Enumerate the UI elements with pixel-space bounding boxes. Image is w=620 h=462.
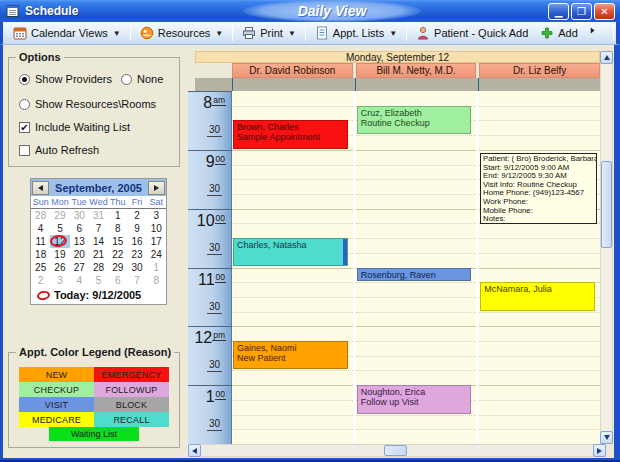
- calendar-day[interactable]: 6: [108, 274, 127, 287]
- today-row[interactable]: Today: 9/12/2005: [31, 287, 166, 304]
- legend-swatch-checkup: CHECKUP: [19, 382, 94, 397]
- calendar-day[interactable]: 17: [147, 235, 166, 248]
- calendar-day[interactable]: 4: [31, 222, 50, 235]
- scroll-down-button[interactable]: [600, 431, 613, 444]
- band-tick: [355, 78, 356, 91]
- appointment-charles[interactable]: Charles, Natasha: [233, 238, 348, 266]
- scroll-left-button[interactable]: [188, 444, 201, 457]
- horizontal-scrollbar[interactable]: [188, 444, 606, 457]
- selection-strip: [343, 239, 347, 265]
- scroll-right-button[interactable]: [593, 444, 606, 457]
- next-month-button[interactable]: [148, 181, 165, 195]
- toolbar-print-button[interactable]: Print▼: [236, 24, 302, 42]
- vertical-scrollbar[interactable]: [600, 51, 613, 444]
- maximize-button[interactable]: ❐: [571, 3, 592, 20]
- appointment-reason-text: Follow up Visit: [361, 397, 468, 407]
- provider-column-0[interactable]: Brown, CharlesSample AppointmentCharles,…: [232, 91, 353, 444]
- radio-show-resources-rooms[interactable]: Show Resources\Rooms: [19, 98, 156, 110]
- toolbar-appt-lists-button[interactable]: Appt. Lists▼: [309, 24, 403, 42]
- calendar-day[interactable]: 4: [70, 274, 89, 287]
- calendar-day[interactable]: 25: [31, 261, 50, 274]
- toolbar-resources-button[interactable]: Resources▼: [134, 24, 230, 42]
- close-button[interactable]: ✕: [594, 3, 615, 20]
- scroll-up-button[interactable]: [600, 51, 613, 64]
- calendar-day[interactable]: 21: [89, 248, 108, 261]
- calendar-day[interactable]: 6: [70, 222, 89, 235]
- appointment-brown[interactable]: Brown, CharlesSample Appointment: [233, 120, 348, 148]
- toolbar-more-button[interactable]: [584, 24, 610, 42]
- appointment-cruz[interactable]: Cruz, ElizabethRoutine Checkup: [357, 106, 472, 134]
- provider-header-0[interactable]: Dr. David Robinson: [232, 63, 353, 78]
- minimize-button[interactable]: ▁: [548, 3, 569, 20]
- calendar-day[interactable]: 9: [127, 222, 146, 235]
- radio-none[interactable]: None: [121, 73, 163, 85]
- radio-show-providers[interactable]: Show Providers: [19, 73, 112, 85]
- provider-header-2[interactable]: Dr. Liz Belfy: [479, 63, 600, 78]
- calendar-day[interactable]: 8: [147, 274, 166, 287]
- toolbar-separator: [305, 25, 306, 41]
- calendar-day[interactable]: 16: [127, 235, 146, 248]
- appointment-gaines[interactable]: Gaines, NaomiNew Patient: [233, 341, 348, 369]
- calendar-day[interactable]: 11: [31, 235, 50, 248]
- calendar-day[interactable]: 7: [127, 274, 146, 287]
- provider-column-2[interactable]: McNamara, Julia: [479, 91, 600, 444]
- calendar-day[interactable]: 24: [147, 248, 166, 261]
- toolbar-patient-quick-add-button[interactable]: Patient - Quick Add: [410, 24, 534, 42]
- calendar-day[interactable]: 2: [127, 209, 146, 222]
- schedule-main-area: Monday, September 12 Dr. David RobinsonB…: [188, 45, 614, 458]
- prev-month-button[interactable]: [32, 181, 49, 195]
- calendar-day[interactable]: 26: [50, 261, 69, 274]
- calendar-day[interactable]: 31: [89, 209, 108, 222]
- checkbox-include-waiting-list[interactable]: ✔Include Waiting List: [19, 121, 130, 133]
- calendar-day[interactable]: 22: [108, 248, 127, 261]
- calendar-day[interactable]: 18: [31, 248, 50, 261]
- calendar-day[interactable]: 29: [108, 261, 127, 274]
- title-bar[interactable]: Schedule Daily View ▁ ❐ ✕: [0, 0, 620, 22]
- calendar-day[interactable]: 28: [89, 261, 108, 274]
- calendar-day[interactable]: 13: [70, 235, 89, 248]
- calendar-day[interactable]: 1: [108, 209, 127, 222]
- calendar-day[interactable]: 12: [50, 235, 69, 248]
- calendar-day[interactable]: 10: [147, 222, 166, 235]
- calendar-day[interactable]: 20: [70, 248, 89, 261]
- legend-label: FOLLOWUP: [105, 385, 157, 395]
- radio-icon: [19, 74, 30, 85]
- calendar-day[interactable]: 2: [31, 274, 50, 287]
- toolbar-add-button[interactable]: Add: [534, 24, 584, 42]
- horizontal-scroll-thumb[interactable]: [384, 445, 407, 456]
- calendar-day[interactable]: 14: [89, 235, 108, 248]
- appointment-reason-text: Sample Appointment: [237, 132, 344, 142]
- calendar-day[interactable]: 15: [108, 235, 127, 248]
- provider-header-1[interactable]: Bill M. Netty, M.D.: [356, 63, 477, 78]
- appointment-rosenburg[interactable]: Rosenburg, Raven: [357, 268, 472, 282]
- hour-number: 9: [206, 153, 215, 170]
- calendar-day[interactable]: 5: [50, 222, 69, 235]
- appointment-noughton[interactable]: Noughton, EricaFollow up Visit: [357, 385, 472, 413]
- tooltip-line: Notes:: [483, 215, 594, 224]
- vertical-scroll-thumb[interactable]: [601, 161, 612, 248]
- calendar-day[interactable]: 1: [147, 261, 166, 274]
- schedule-app-icon: [6, 4, 21, 19]
- grid-row-line: [232, 429, 353, 430]
- calendar-day[interactable]: 3: [147, 209, 166, 222]
- calendar-day[interactable]: 19: [50, 248, 69, 261]
- weekday-label: Mon: [50, 196, 69, 208]
- calendar-day[interactable]: 7: [89, 222, 108, 235]
- appointment-mcnamara[interactable]: McNamara, Julia: [480, 282, 595, 310]
- toolbar-calendar-views-button[interactable]: Calendar Views▼: [7, 24, 127, 42]
- grid-row-line: [356, 282, 477, 283]
- calendar-day[interactable]: 8: [108, 222, 127, 235]
- chevron-down-icon: ▼: [389, 29, 397, 38]
- calendar-day[interactable]: 5: [89, 274, 108, 287]
- calendar-day[interactable]: 3: [50, 274, 69, 287]
- calendar-day[interactable]: 27: [70, 261, 89, 274]
- calendar-day[interactable]: 30: [70, 209, 89, 222]
- provider-column-1[interactable]: Cruz, ElizabethRoutine CheckupRosenburg,…: [356, 91, 477, 444]
- calendar-day[interactable]: 23: [127, 248, 146, 261]
- calendar-day[interactable]: 30: [127, 261, 146, 274]
- calendar-day[interactable]: 29: [50, 209, 69, 222]
- date-header: Monday, September 12: [195, 51, 600, 63]
- calendar-day[interactable]: 28: [31, 209, 50, 222]
- checkbox-auto-refresh[interactable]: Auto Refresh: [19, 144, 99, 156]
- legend-label: BLOCK: [116, 400, 148, 410]
